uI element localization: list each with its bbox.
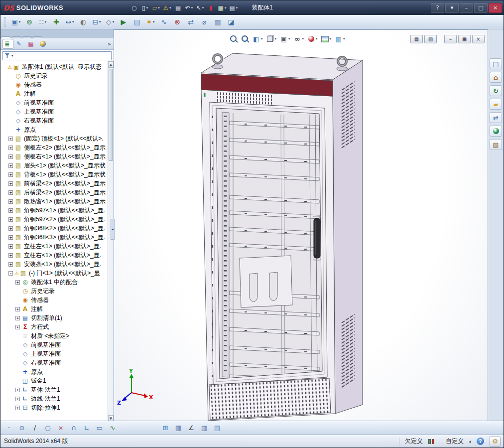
featuremanager-tab[interactable] bbox=[3, 39, 13, 48]
app-menu-chevron[interactable]: ▾ bbox=[445, 3, 459, 13]
view-list-button[interactable]: ▤▾ bbox=[228, 2, 239, 13]
tree-item-mounting-strip[interactable]: + ⚠ 安装条<1> (默认<<默认>_显. bbox=[0, 260, 107, 269]
table-button[interactable]: ▥ bbox=[198, 423, 210, 434]
spline-tool-button[interactable]: ∿ bbox=[107, 423, 119, 434]
hide-show-items-button[interactable]: ▾ bbox=[293, 33, 305, 44]
sheet-button[interactable]: ▤ bbox=[211, 423, 223, 434]
tree-item-angle597-2[interactable]: + ⚠ 角钢597<2> (默认<<默认>_显. bbox=[0, 215, 107, 224]
tree-filter-input[interactable]: ▾ bbox=[2, 51, 112, 60]
point-tool-button[interactable]: · bbox=[3, 423, 15, 434]
tree-item-angle597-1[interactable]: + ⚠ 角钢597<1> (默认<<默认>_显. bbox=[0, 206, 107, 215]
tree-item-door-equations[interactable]: + ⚠ 方程式 bbox=[0, 322, 107, 331]
view-palette-tab[interactable] bbox=[490, 112, 502, 123]
undo-button[interactable]: ↶▾ bbox=[184, 2, 194, 13]
options-button[interactable]: ▦▾ bbox=[217, 2, 228, 13]
tree-expander[interactable]: + bbox=[8, 262, 13, 267]
tree-expander[interactable]: + bbox=[8, 181, 13, 186]
tree-item-door-right-plane[interactable]: ⚠ 右视基准面 bbox=[0, 358, 107, 367]
scroll-thumb[interactable] bbox=[109, 69, 113, 161]
doc-close-button[interactable]: × bbox=[472, 35, 485, 43]
menu-file[interactable] bbox=[68, 6, 76, 10]
scroll-up-button[interactable]: ▲ bbox=[108, 61, 114, 68]
clearance-verification-button[interactable]: ⇄▾ bbox=[185, 16, 197, 28]
menu-view[interactable] bbox=[84, 6, 92, 10]
home-tab[interactable] bbox=[490, 72, 502, 83]
quick-tips-button[interactable]: ⚙ bbox=[490, 437, 501, 447]
tree-item-door-sensors[interactable]: ⚠ 传感器 bbox=[0, 296, 107, 304]
app-minimize-button[interactable]: – bbox=[460, 3, 473, 13]
tree-item-door[interactable]: - ⚠ (-) 门<1> (默认<<默认>_显 bbox=[0, 269, 107, 278]
mass-properties-button[interactable]: ▥▾ bbox=[212, 16, 224, 28]
linear-pattern-button[interactable]: ∷▾ bbox=[37, 16, 49, 28]
rebuild-indicator-icon[interactable]: ▮▾ bbox=[206, 2, 216, 13]
app-close-button[interactable]: × bbox=[489, 3, 502, 13]
resources-tab[interactable] bbox=[490, 58, 502, 69]
tree-item-side-plate-right[interactable]: + ⚠ 侧板右<1> (默认<<默认>_显示 bbox=[0, 152, 107, 161]
tree-item-front-beam[interactable]: + ⚠ 前横梁<2> (默认<<默认>_显示 bbox=[0, 179, 107, 188]
section-view-button[interactable]: ▾ bbox=[252, 33, 264, 44]
line-tool-button[interactable]: ∕ bbox=[29, 423, 41, 434]
custom-caret-icon[interactable]: ▴ bbox=[469, 439, 471, 444]
show-hidden-components-button[interactable]: ◐▾ bbox=[77, 16, 89, 28]
view-orientation-button[interactable]: ▾ bbox=[265, 33, 278, 44]
tree-item-door-cutlist[interactable]: + ⚠ 切割清单(1) bbox=[0, 313, 107, 322]
custom-view-label[interactable]: 自定义 bbox=[446, 437, 464, 446]
tree-expander[interactable]: + bbox=[15, 280, 20, 285]
tree-expander[interactable]: + bbox=[15, 307, 20, 311]
trim-tool-button[interactable]: × bbox=[55, 423, 67, 434]
smart-fasteners-button[interactable]: ✚▾ bbox=[50, 16, 62, 28]
tree-expander[interactable]: + bbox=[15, 325, 20, 329]
mate-button[interactable]: ⊚▾ bbox=[23, 16, 35, 28]
menu-insert[interactable] bbox=[92, 6, 100, 10]
interference-detection-button[interactable]: ⊗▾ bbox=[171, 16, 183, 28]
grid-button[interactable]: ⊞ bbox=[159, 423, 171, 434]
toolbar-grip[interactable] bbox=[4, 17, 6, 27]
tree-item-back-plate[interactable]: + ⚠ 背板<1> (默认<<默认>_显示状 bbox=[0, 170, 107, 179]
tree-item-door-top-plane[interactable]: ⚠ 上视基准面 bbox=[0, 349, 107, 358]
tree-expander[interactable]: + bbox=[8, 137, 13, 141]
open-document-button[interactable]: ▱▾ bbox=[151, 2, 161, 13]
fillet-tool-button[interactable]: ∟ bbox=[81, 423, 93, 434]
app-maximize-button[interactable]: ▢ bbox=[474, 3, 488, 13]
tree-item-angle368-2[interactable]: + ⚠ 角钢368<2> (默认<<默认>_显. bbox=[0, 224, 107, 233]
tree-item-top-plate[interactable]: + ⚠ (固定) 顶板<1> (默认<<默认>. bbox=[0, 134, 107, 143]
arc-tool-button[interactable]: ∩ bbox=[68, 423, 80, 434]
bill-of-materials-button[interactable]: ▤▾ bbox=[131, 16, 143, 28]
explode-line-sketch-button[interactable]: ∿▾ bbox=[158, 16, 170, 28]
print-button[interactable]: ▤▾ bbox=[173, 2, 183, 13]
tree-item-door-annotations[interactable]: + ⚠ 注解 bbox=[0, 304, 107, 313]
tree-item-door-cut-extrude[interactable]: + ⚠ 切除-拉伸1 bbox=[0, 403, 107, 412]
zoom-fit-button[interactable]: ▾ bbox=[229, 33, 239, 44]
insert-components-button[interactable]: ▣▾ bbox=[10, 16, 22, 28]
tree-item-angle368-3[interactable]: + ⚠ 角钢368<3> (默认<<默认>_显. bbox=[0, 233, 107, 242]
tree-item-door-material[interactable]: ⚠ 材质 <未指定> bbox=[0, 331, 107, 340]
appearances-tab[interactable] bbox=[490, 126, 502, 137]
tree-item-door-edge-flange[interactable]: + ⚠ 边线-法兰1 bbox=[0, 394, 107, 403]
configurationmanager-tab[interactable] bbox=[27, 39, 37, 48]
rectangle-tool-button[interactable]: ▭ bbox=[94, 423, 106, 434]
slot-tool-button[interactable]: ⊙ bbox=[16, 423, 28, 434]
section-view-button[interactable]: ◪▾ bbox=[225, 16, 237, 28]
displaymanager-tab[interactable] bbox=[39, 39, 49, 48]
new-document-button[interactable]: ▯▾ bbox=[140, 2, 150, 13]
tree-item-column-left[interactable]: + ⚠ 立柱左<1> (默认<<默认>_显. bbox=[0, 242, 107, 251]
angle-snap-button[interactable]: ∠ bbox=[185, 423, 197, 434]
tree-expander[interactable]: + bbox=[8, 235, 13, 240]
tree-expander[interactable]: + bbox=[15, 388, 20, 392]
tree-item-history[interactable]: ⚠ 历史记录 bbox=[0, 71, 107, 80]
design-library-tab[interactable] bbox=[490, 85, 502, 96]
tree-item-door-base-flange[interactable]: + ⚠ 基体-法兰1 bbox=[0, 385, 107, 394]
tree-expander[interactable]: + bbox=[8, 217, 13, 222]
doc-tile-button[interactable]: ▦ bbox=[410, 35, 423, 43]
tree-item-door-mates[interactable]: + ⚠ 装配体1 中的配合 bbox=[0, 278, 107, 287]
tree-expander[interactable]: + bbox=[15, 316, 20, 320]
menu-window[interactable] bbox=[108, 6, 116, 10]
tree-item-origin[interactable]: ⚠ 原点 bbox=[0, 125, 107, 134]
propertymanager-tab[interactable] bbox=[15, 39, 25, 48]
tree-expander[interactable]: + bbox=[8, 253, 13, 258]
custom-properties-tab[interactable] bbox=[490, 139, 502, 150]
menu-edit[interactable] bbox=[76, 6, 84, 10]
tree-scrollbar[interactable]: ▲ ▼ bbox=[108, 61, 114, 422]
tree-item-vent-window[interactable]: + ⚠ 散热窗<1> (默认<<默认>_显示 bbox=[0, 197, 107, 206]
help-badge[interactable]: ? bbox=[477, 438, 484, 445]
